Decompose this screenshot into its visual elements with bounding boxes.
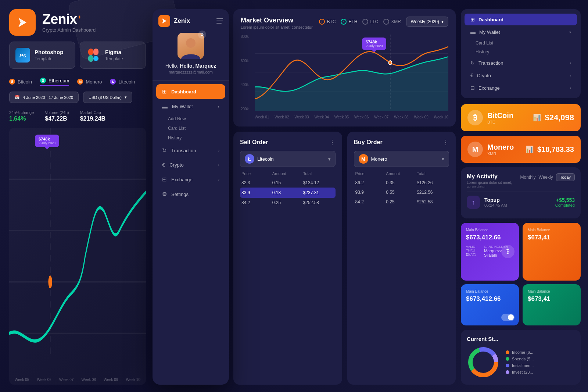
mini-chart-svg [9,128,146,385]
top-nav-transaction-label: Transaction [478,60,503,66]
ps-icon: Ps [15,48,30,63]
top-nav-transaction[interactable]: ↻ Transaction › [465,57,577,69]
crypto-label: Crypto [169,162,183,168]
sidebar-item-settings[interactable]: ⚙ Settings [156,187,225,201]
buy-r2-amount: 0.55 [386,190,417,195]
sidebar-item-wallet[interactable]: ▬ My Wallet ▾ [156,100,225,113]
monero-card-left: M Monero XMR [467,142,514,157]
monero-coin-icon-card: M [467,142,483,157]
balance-card-blue: Main Balance $673,412.66 [461,284,519,326]
user-name: Hello, Marquez [180,63,216,69]
mini-chart: $748k 2 July 2020 Week 05Week 06Week 07W… [9,128,146,385]
tab-ethereum[interactable]: Ξ Ethereum [40,78,69,86]
donut-svg [467,346,500,379]
top-nav-exchange[interactable]: ⊟ Exchange › [465,82,577,94]
top-nav-wallet-history[interactable]: History [476,47,575,56]
sell-total-header: Total [303,171,334,176]
filter-ltc[interactable]: LTC [362,19,378,25]
bitcoin-price: $24,098 [545,113,574,122]
buy-r3-price: 84.2 [355,199,386,204]
buy-r3-amount: 0.25 [386,199,417,204]
bitcoin-coin-icon: ₿ [467,110,483,125]
buy-table-header: Price Amount Total [354,171,449,176]
wallet-chevron-icon: ▾ [218,104,219,108]
tab-monero[interactable]: M Monero [77,78,102,86]
blue-card-toggle[interactable] [501,314,514,321]
today-button[interactable]: Today [556,173,575,181]
chart-x-labels: Week 01Week 02Week 03Week 04Week 05Week … [255,115,448,119]
hamburger-icon[interactable] [216,18,223,24]
figma-card[interactable]: Figma Template [80,42,146,69]
sell-coin-name: Litecoin [257,156,274,162]
sell-r1-amount: 0.15 [272,180,303,185]
sell-order-menu-icon[interactable]: ⋮ [329,138,336,146]
calendar-icon: 📅 [15,95,20,100]
market-overview-subtitle: Lorem ipsum dolor sit amet, consectetur [241,25,313,29]
sell-coin-selector[interactable]: Ł Litecoin ▾ [240,151,336,167]
period-chevron-icon: ▾ [441,19,444,24]
buy-coin-name: Monero [371,156,387,162]
sell-r2-price: 83.9 [241,190,272,195]
bitcoin-symbol: BTC [487,120,513,124]
sell-r1-price: 82.3 [241,180,272,185]
photoshop-card[interactable]: Ps Photoshop Template [9,42,75,69]
buy-order-menu-icon[interactable]: ⋮ [442,138,449,146]
sell-r3-price: 84.2 [241,200,272,205]
sidebar-header: Zenix [153,15,229,33]
xmr-filter-check [383,19,389,25]
activity-tab-monthly[interactable]: Monthly [520,175,535,180]
currency-button[interactable]: USD ($ US Dollar) ▾ [83,92,132,103]
chart-y-labels: 800k600k400k200k [241,35,249,111]
nav-sub-add-new[interactable]: Add New [168,114,223,124]
period-select-text: Weekly (2020) [411,19,439,24]
buy-coin-selector[interactable]: M Monero ▾ [354,151,449,167]
activity-tab-weekly[interactable]: Weekly [539,175,553,180]
svg-marker-13 [162,18,166,24]
sidebar-item-dashboard[interactable]: ⊞ Dashboard [156,84,225,99]
eth-filter-check: ✓ [341,19,347,25]
filter-eth[interactable]: ✓ ETH [341,19,357,25]
nav-sub-history[interactable]: History [168,133,223,143]
sell-r2-total: $237.31 [303,190,334,195]
bitcoin-info: BitCoin BTC [487,111,513,124]
orange-balance-amount: $673,41 [528,234,576,241]
orange-balance-label: Main Balance [528,228,576,232]
top-nav-crypto-arrow: › [570,74,571,78]
purple-balance-amount: $673,412.66 [466,234,514,241]
btc-filter-label: BTC [327,19,336,24]
activity-controls: Monthly Weekly Today [520,173,575,181]
top-nav-dashboard-label: Dashboard [478,17,503,22]
sidebar-item-transaction[interactable]: ↻ Transaction › [156,143,225,157]
top-nav-card-list[interactable]: Card List [476,39,575,47]
filter-btc[interactable]: ✓ BTC [319,19,336,25]
nav-sub-card-list[interactable]: Card List [168,124,223,133]
top-nav-exchange-label: Exchange [478,85,500,91]
top-nav-dashboard[interactable]: ⊞ Dashboard [465,14,577,25]
top-nav-crypto[interactable]: € Crypto › [465,70,577,81]
buy-r1-total: $126.26 [417,180,448,185]
filter-xmr[interactable]: XMR [383,19,401,25]
top-nav-wallet[interactable]: ▬ My Wallet ▾ [465,26,577,38]
mini-chart-x-labels: Week 05Week 06Week 07Week 08Week 09Week … [9,378,146,382]
legend-spends: Spends (5... [506,357,534,361]
tab-litecoin[interactable]: Ł Litecoin [110,78,135,86]
exchange-arrow-icon: › [218,178,219,182]
sell-row-2: 83.9 0.18 $237.31 [240,188,336,198]
crypto-arrow-icon: › [218,163,219,167]
top-nav-exchange-arrow: › [570,86,571,90]
date-range-button[interactable]: 📅 4 June 2020 - 17 June 2020 [9,92,79,103]
monero-tab-icon: M [77,79,83,85]
settings-gear-icon[interactable]: ⚙ [198,31,206,39]
template-cards: Ps Photoshop Template Fi [9,42,146,69]
orders-row: Sell Order ⋮ Ł Litecoin ▾ Price Amount T… [233,132,456,385]
tab-bitcoin[interactable]: ₿ Bitcoin [9,78,32,86]
sidebar-brand-name: Zenix [174,17,190,25]
svg-point-5 [93,56,98,61]
settings-label: Settings [171,192,189,197]
period-select[interactable]: Weekly (2020) ▾ [406,17,448,27]
sidebar-item-crypto[interactable]: € Crypto › [156,158,225,172]
sidebar-item-exchange[interactable]: ⊟ Exchange › [156,172,225,186]
buy-r1-price: 86.2 [355,180,386,185]
blue-balance-label: Main Balance [466,289,514,293]
buy-order-title: Buy Order [354,139,383,146]
